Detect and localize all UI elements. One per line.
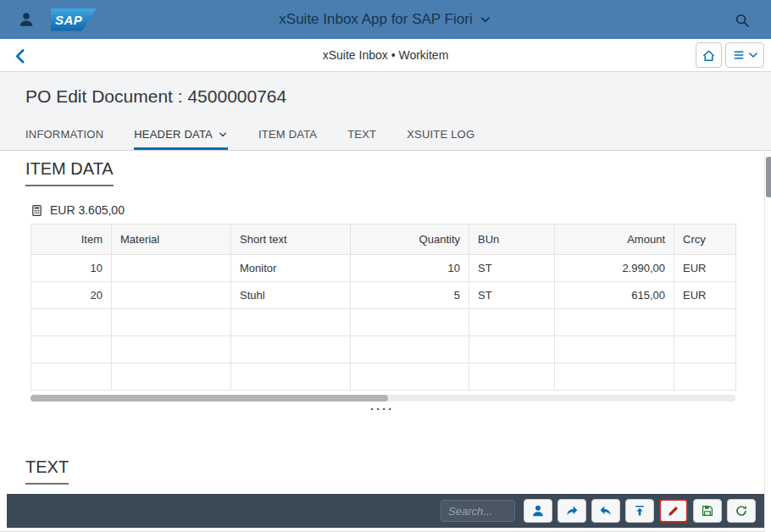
menu-button[interactable] xyxy=(725,42,764,68)
vertical-scrollbar-thumb[interactable] xyxy=(766,157,771,197)
table-cell: ST xyxy=(469,282,555,309)
person-icon xyxy=(531,504,545,518)
save-button[interactable] xyxy=(693,499,722,523)
tab-item-data[interactable]: ITEM DATA xyxy=(258,128,317,150)
table-cell: 615,00 xyxy=(555,282,674,309)
chevron-down-icon xyxy=(749,51,757,59)
tab-label: TEXT xyxy=(347,128,376,141)
table-cell xyxy=(469,336,555,363)
person-icon xyxy=(18,11,35,28)
table-cell xyxy=(555,336,674,363)
table-cell: EUR xyxy=(674,255,736,282)
column-header-amount: Amount xyxy=(555,224,674,255)
undo-arrow-icon xyxy=(599,504,613,518)
page-title: PO Edit Document : 4500000764 xyxy=(25,86,286,107)
table-cell xyxy=(351,363,469,391)
table-cell: 5 xyxy=(351,282,469,309)
table-cell xyxy=(674,336,736,363)
refresh-button[interactable] xyxy=(727,499,756,523)
tab-header-data[interactable]: HEADER DATA xyxy=(134,128,228,150)
table-cell xyxy=(112,255,231,282)
column-header-short-text: Short text xyxy=(231,224,351,255)
table-cell: ST xyxy=(469,255,555,282)
table-cell xyxy=(351,309,469,336)
horizontal-scrollbar[interactable] xyxy=(31,395,735,402)
page-header: PO Edit Document : 4500000764 INFORMATIO… xyxy=(0,72,771,151)
column-header-material: Material xyxy=(112,224,231,255)
column-header-crcy: Crcy xyxy=(674,224,736,255)
app-window: SAP xSuite Inbox App for SAP Fiori xSuit… xyxy=(0,0,771,532)
user-button[interactable] xyxy=(524,499,552,523)
text-heading: TEXT xyxy=(25,457,69,485)
total-amount: EUR 3.605,00 xyxy=(50,203,125,217)
table-cell xyxy=(231,336,351,363)
table-cell xyxy=(469,363,555,391)
action-toolbar xyxy=(7,494,764,528)
table-cell xyxy=(31,309,112,336)
pencil-icon xyxy=(667,504,680,518)
table-cell xyxy=(674,363,736,391)
shell-left-group: SAP xyxy=(15,0,97,39)
save-floppy-icon xyxy=(701,504,714,518)
sap-logo-text: SAP xyxy=(55,13,82,27)
column-header-item: Item xyxy=(31,224,112,255)
tab-xsuite-log[interactable]: XSUITE LOG xyxy=(407,128,474,150)
back-button[interactable] xyxy=(8,44,32,68)
table-cell xyxy=(31,363,112,391)
profile-button[interactable] xyxy=(15,8,37,30)
tab-information[interactable]: INFORMATION xyxy=(25,128,103,150)
upload-button[interactable] xyxy=(625,499,654,523)
home-icon xyxy=(702,48,716,63)
table-cell xyxy=(31,336,112,363)
table-resize-handle[interactable]: ···· xyxy=(0,405,764,413)
table-body: 10Monitor10ST2.990,00EUR20Stuhl5ST615,00… xyxy=(31,255,736,391)
table-row[interactable]: 20Stuhl5ST615,00EUR xyxy=(31,282,736,309)
table-cell: Monitor xyxy=(231,255,351,282)
chevron-down-icon xyxy=(218,130,228,140)
undo-button[interactable] xyxy=(591,499,620,523)
toolbar-search-input[interactable] xyxy=(441,500,515,522)
horizontal-scrollbar-thumb[interactable] xyxy=(31,395,388,402)
table-cell: 20 xyxy=(31,282,112,309)
table-cell: 10 xyxy=(351,255,469,282)
chevron-left-icon xyxy=(12,47,29,64)
content-area: ITEM DATA EUR 3.605,00 Item Material Sho… xyxy=(0,151,764,532)
breadcrumb: xSuite Inbox • Workitem xyxy=(0,39,771,71)
table-cell xyxy=(112,336,231,363)
table-cell: EUR xyxy=(674,282,736,309)
table-cell xyxy=(555,309,674,336)
hamburger-icon xyxy=(732,48,746,62)
table-cell: 2.990,00 xyxy=(555,255,674,282)
tab-text[interactable]: TEXT xyxy=(347,128,376,150)
column-header-quantity: Quantity xyxy=(351,224,469,255)
table-cell xyxy=(112,363,231,391)
calculator-icon xyxy=(31,204,43,217)
vertical-scrollbar[interactable] xyxy=(764,151,771,532)
forward-arrow-icon xyxy=(565,504,579,518)
table-row[interactable] xyxy=(31,363,736,391)
sap-logo[interactable]: SAP xyxy=(51,8,97,31)
table-row[interactable] xyxy=(31,336,736,363)
shell-title-group[interactable]: xSuite Inbox App for SAP Fiori xyxy=(279,0,491,39)
table-cell: Stuhl xyxy=(231,282,351,309)
total-amount-row: EUR 3.605,00 xyxy=(31,203,125,217)
table-cell xyxy=(231,363,351,391)
table-header: Item Material Short text Quantity BUn Am… xyxy=(31,224,736,255)
tab-label: INFORMATION xyxy=(25,128,103,141)
subheader-bar: xSuite Inbox • Workitem xyxy=(0,39,771,72)
table-row[interactable] xyxy=(31,309,736,336)
table-cell xyxy=(112,309,231,336)
refresh-icon xyxy=(735,504,748,518)
home-button[interactable] xyxy=(696,42,722,68)
table-header-row: Item Material Short text Quantity BUn Am… xyxy=(31,224,736,255)
search-button[interactable] xyxy=(732,10,752,30)
forward-button[interactable] xyxy=(557,499,586,523)
tab-label: XSUITE LOG xyxy=(407,128,474,141)
chevron-down-icon xyxy=(480,14,492,26)
table-cell xyxy=(351,336,469,363)
edit-button[interactable] xyxy=(659,499,688,523)
app-title: xSuite Inbox App for SAP Fiori xyxy=(279,11,472,28)
table-cell: 10 xyxy=(31,255,112,282)
tab-strip: INFORMATION HEADER DATA ITEM DATA TEXT X… xyxy=(25,128,474,150)
table-row[interactable]: 10Monitor10ST2.990,00EUR xyxy=(31,255,736,282)
